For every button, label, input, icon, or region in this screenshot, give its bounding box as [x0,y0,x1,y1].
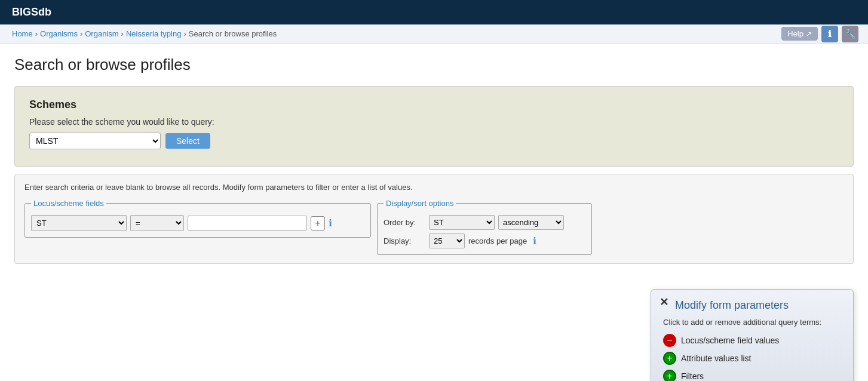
plus-icon: + [315,218,320,229]
display-legend: Display/sort options [384,199,456,208]
fields-area: Locus/scheme fields ST = + ℹ [24,199,844,255]
modify-description: Click to add or remove additional query … [663,318,841,327]
modify-title: Modify form parameters [675,299,841,312]
app-header: BIGSdb [0,0,868,24]
app-title: BIGSdb [12,6,51,18]
order-by-row: Order by: ST ascending descending [384,215,585,230]
breadcrumb: Home › Organisms › Organism › Neisseria … [0,24,868,44]
locus-legend: Locus/scheme fields [31,199,106,208]
breadcrumb-sep-2: › [80,29,82,38]
breadcrumb-icon-group: Help ↗ ℹ 🔧 [781,26,858,42]
display-label: Display: [384,236,425,245]
scheme-select[interactable]: MLST [29,133,161,149]
modify-locus-label: Locus/scheme field values [681,336,779,345]
locus-fieldset: Locus/scheme fields ST = + ℹ [24,199,371,238]
modify-item-locus: − Locus/scheme field values [663,334,841,347]
order-by-select[interactable]: ST [429,215,495,230]
modify-close-button[interactable]: ✕ [660,296,668,309]
display-fieldset: Display/sort options Order by: ST ascend… [377,199,592,255]
breadcrumb-neisseria[interactable]: Neisseria typing [126,29,182,38]
display-info-icon[interactable]: ℹ [533,235,536,247]
minus-icon: − [667,336,672,345]
modify-item-attribute: + Attribute values list [663,352,841,365]
schemes-title: Schemes [29,99,839,111]
modify-panel: ✕ Modify form parameters Click to add or… [651,289,854,381]
wrench-icon: 🔧 [845,29,856,39]
help-label: Help [787,29,803,38]
modify-attribute-label: Attribute values list [681,354,752,363]
add-field-button[interactable]: + [311,216,325,231]
info-button[interactable]: ℹ [821,26,838,42]
breadcrumb-home[interactable]: Home [12,29,33,38]
close-icon: ✕ [660,296,668,308]
value-input[interactable] [188,216,307,231]
breadcrumb-current: Search or browse profiles [189,29,277,38]
breadcrumb-sep-3: › [121,29,124,38]
schemes-section: Schemes Please select the scheme you wou… [14,86,854,167]
select-button[interactable]: Select [165,133,210,149]
page-content: Search or browse profiles Schemes Please… [0,44,868,381]
locus-field-select[interactable]: ST [31,215,127,231]
modify-item-filters: + Filters [663,370,841,381]
breadcrumb-sep-1: › [35,29,38,38]
field-info-icon[interactable]: ℹ [329,217,332,229]
add-filters-button[interactable]: + [663,370,676,381]
search-description: Enter search criteria or leave blank to … [24,183,844,192]
display-row: Display: 25 50 100 records per page ℹ [384,233,585,248]
plus-icon-attr: + [667,354,672,363]
breadcrumb-organism[interactable]: Organism [85,29,118,38]
page-title: Search or browse profiles [14,56,854,74]
add-attribute-button[interactable]: + [663,352,676,365]
operator-select[interactable]: = [130,215,184,231]
order-by-label: Order by: [384,218,425,227]
records-per-page-label: records per page [468,236,527,245]
plus-icon-filters: + [667,371,672,381]
scheme-row: MLST Select [29,133,839,149]
main-wrapper: Schemes Please select the scheme you wou… [14,86,854,381]
modify-filters-label: Filters [681,371,704,381]
modify-list: − Locus/scheme field values + Attribute … [663,334,841,381]
breadcrumb-organisms[interactable]: Organisms [40,29,78,38]
per-page-select[interactable]: 25 50 100 [429,233,465,248]
schemes-label: Please select the scheme you would like … [29,117,839,127]
info-icon: ℹ [828,29,832,39]
search-section: Enter search criteria or leave blank to … [14,174,854,264]
remove-locus-button[interactable]: − [663,334,676,347]
wrench-button[interactable]: 🔧 [842,26,858,42]
help-button[interactable]: Help ↗ [781,27,818,41]
breadcrumb-sep-4: › [183,29,186,38]
sort-direction-select[interactable]: ascending descending [498,215,564,230]
locus-row: ST = + ℹ [31,215,364,231]
external-link-icon: ↗ [806,30,812,38]
